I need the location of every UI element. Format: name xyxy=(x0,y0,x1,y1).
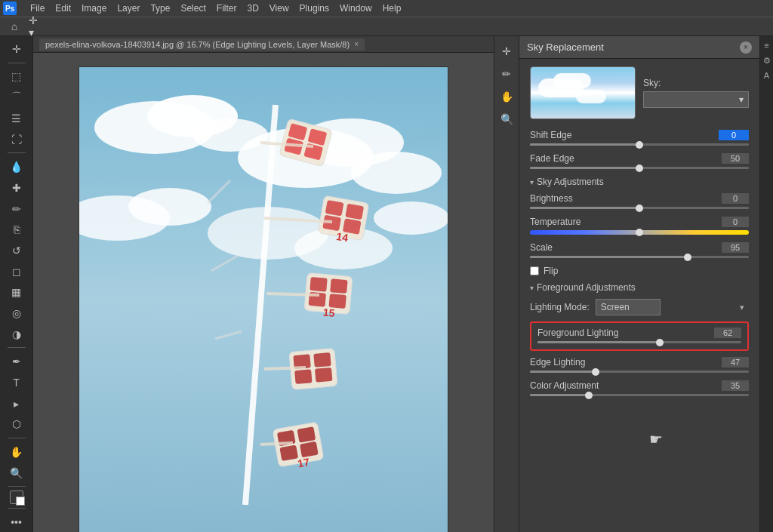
brightness-thumb[interactable] xyxy=(636,204,643,212)
svg-line-45 xyxy=(260,443,293,444)
menu-plugins[interactable]: Plugins xyxy=(300,3,329,14)
dodge-tool[interactable]: ◑ xyxy=(6,324,27,344)
lasso-tool[interactable]: ⌒ xyxy=(6,88,27,107)
fade-edge-label: Fade Edge xyxy=(530,153,574,164)
brightness-row: Brightness 0 xyxy=(530,193,749,204)
foreground-lighting-slider[interactable] xyxy=(537,341,741,343)
brightness-value: 0 xyxy=(722,193,749,204)
zoom-tool[interactable]: 🔍 xyxy=(6,463,27,483)
canvas-tab-close[interactable]: × xyxy=(354,40,359,48)
foreground-lighting-value: 62 xyxy=(714,328,741,338)
shift-edge-thumb[interactable] xyxy=(636,141,643,149)
move-options[interactable]: ✛ ▾ xyxy=(29,18,45,35)
panel-icon-2[interactable]: ⚙ xyxy=(761,54,773,66)
history-brush-tool[interactable]: ↺ xyxy=(6,241,27,260)
panel-icon-3[interactable]: A xyxy=(761,69,773,81)
blur-tool[interactable]: ◎ xyxy=(6,303,27,323)
menu-help[interactable]: Help xyxy=(383,3,402,14)
fade-edge-slider[interactable] xyxy=(530,167,749,169)
dialog-brush-tool[interactable]: ✏ xyxy=(497,65,516,83)
eyedropper-tool[interactable]: 💧 xyxy=(6,157,27,177)
temperature-thumb[interactable] xyxy=(636,229,643,236)
foreground-color[interactable] xyxy=(10,490,23,504)
menu-filter[interactable]: Filter xyxy=(217,3,237,14)
svg-rect-38 xyxy=(279,444,298,461)
foreground-lighting-thumb[interactable] xyxy=(656,339,664,346)
lighting-mode-select-wrapper: Screen Multiply Luminosity xyxy=(596,299,749,315)
clone-tool[interactable]: ⎘ xyxy=(6,220,27,239)
canvas-tab-bar: pexels-elina-volkova-18403914.jpg @ 16.7… xyxy=(33,36,494,53)
brightness-fill xyxy=(530,207,639,209)
select-tool[interactable]: ☰ xyxy=(6,109,27,128)
main-area: ✛ ⬚ ⌒ ☰ ⛶ 💧 ✚ ✏ ⎘ ↺ ◻ ▦ ◎ ◑ ✒ T ▸ ⬡ ✋ 🔍 … xyxy=(0,36,773,532)
svg-point-6 xyxy=(351,152,442,194)
path-select-tool[interactable]: ▸ xyxy=(6,394,27,414)
shift-edge-label: Shift Edge xyxy=(530,130,571,140)
brush-tool[interactable]: ✏ xyxy=(6,199,27,219)
svg-rect-39 xyxy=(300,441,319,457)
menu-select[interactable]: Select xyxy=(180,3,205,14)
sky-adjustments-label: Sky Adjustments xyxy=(537,177,604,187)
color-adjustment-slider[interactable] xyxy=(530,394,749,396)
canvas-tab-title: pexels-elina-volkova-18403914.jpg @ 16.7… xyxy=(45,40,350,49)
menu-layer[interactable]: Layer xyxy=(117,3,140,14)
options-bar: ⌂ ✛ ▾ xyxy=(0,17,773,36)
lighting-mode-select[interactable]: Screen Multiply Luminosity xyxy=(596,299,661,315)
menu-file[interactable]: File xyxy=(30,3,45,14)
shape-tool[interactable]: ⬡ xyxy=(6,414,27,434)
eraser-tool[interactable]: ◻ xyxy=(6,262,27,281)
gradient-tool[interactable]: ▦ xyxy=(6,282,27,302)
sky-dropdown[interactable]: ▾ xyxy=(643,91,749,108)
dialog-close-button[interactable]: × xyxy=(740,42,752,54)
panel-with-tools: ✛ ✏ ✋ 🔍 Sky Replacement × xyxy=(494,36,773,532)
move-tool[interactable]: ✛ xyxy=(6,39,27,59)
scale-row: Scale 95 xyxy=(530,242,749,253)
temperature-slider[interactable] xyxy=(530,230,749,235)
edge-lighting-thumb[interactable] xyxy=(592,368,599,376)
scale-fill xyxy=(530,256,688,258)
edge-lighting-label: Edge Lighting xyxy=(530,357,585,367)
temperature-row: Temperature 0 xyxy=(530,217,749,227)
temperature-value: 0 xyxy=(722,217,749,227)
marquee-tool[interactable]: ⬚ xyxy=(6,67,27,87)
canvas-tab-item[interactable]: pexels-elina-volkova-18403914.jpg @ 16.7… xyxy=(39,38,365,51)
foreground-adjustments-label: Foreground Adjustments xyxy=(537,282,636,293)
more-tools[interactable]: ••• xyxy=(6,512,27,532)
shift-edge-slider[interactable] xyxy=(530,143,749,146)
shift-edge-value[interactable] xyxy=(719,130,749,140)
crop-tool[interactable]: ⛶ xyxy=(6,130,27,149)
menu-type[interactable]: Type xyxy=(150,3,170,14)
foreground-lighting-row: Foreground Lighting 62 xyxy=(537,328,741,338)
svg-text:17: 17 xyxy=(297,455,310,469)
flip-row: Flip xyxy=(530,266,749,276)
flip-checkbox[interactable] xyxy=(530,266,539,275)
sky-adjustments-section-header[interactable]: ▾ Sky Adjustments xyxy=(530,177,749,187)
scale-thumb[interactable] xyxy=(684,254,691,261)
dialog-hand-tool[interactable]: ✋ xyxy=(497,88,516,106)
menu-edit[interactable]: Edit xyxy=(55,3,71,14)
foreground-adjustments-section-header[interactable]: ▾ Foreground Adjustments xyxy=(530,282,749,293)
menu-3d[interactable]: 3D xyxy=(247,3,258,14)
menu-view[interactable]: View xyxy=(269,3,289,14)
dialog-zoom-tool[interactable]: 🔍 xyxy=(497,110,516,128)
menu-image[interactable]: Image xyxy=(82,3,106,14)
panel-icon-1[interactable]: ≡ xyxy=(761,39,773,51)
heal-tool[interactable]: ✚ xyxy=(6,178,27,198)
type-tool[interactable]: T xyxy=(6,373,27,392)
pen-tool[interactable]: ✒ xyxy=(6,352,27,371)
ps-app-icon: Ps xyxy=(3,2,17,15)
dialog-move-tool[interactable]: ✛ xyxy=(497,42,516,60)
brightness-slider[interactable] xyxy=(530,207,749,209)
sky-replacement-panel: ✛ ✏ ✋ 🔍 Sky Replacement × xyxy=(494,36,773,532)
scale-slider[interactable] xyxy=(530,256,749,258)
fade-edge-value: 50 xyxy=(722,153,749,164)
right-icons-panel: ≡ ⚙ A xyxy=(759,36,773,532)
hand-tool[interactable]: ✋ xyxy=(6,442,27,462)
menu-window[interactable]: Window xyxy=(340,3,372,14)
fade-edge-thumb[interactable] xyxy=(636,165,643,172)
foreground-lighting-label: Foreground Lighting xyxy=(537,328,618,338)
home-button[interactable]: ⌂ xyxy=(6,18,23,35)
edge-lighting-slider[interactable] xyxy=(530,371,749,373)
color-adjustment-thumb[interactable] xyxy=(585,392,593,399)
lighting-mode-label: Lighting Mode: xyxy=(530,302,590,312)
